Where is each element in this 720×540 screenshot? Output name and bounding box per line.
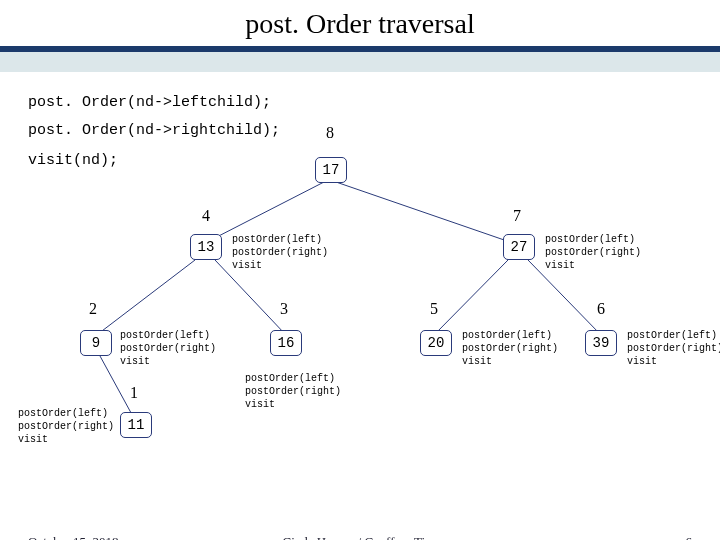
code-line-3: visit(nd); — [28, 152, 118, 169]
order-label-1: 1 — [130, 384, 138, 402]
svg-line-2 — [98, 260, 195, 334]
tree-node-17: 17 — [315, 157, 347, 183]
svg-line-4 — [435, 260, 508, 334]
footer-author: Cinda Heeren / Geoffrey Tien — [0, 534, 720, 540]
call-block-16: postOrder(left) postOrder(right) visit — [245, 372, 341, 411]
tree-node-13: 13 — [190, 234, 222, 260]
order-label-7: 7 — [513, 207, 521, 225]
order-label-6: 6 — [597, 300, 605, 318]
title-subrule — [0, 52, 720, 72]
call-block-27: postOrder(left) postOrder(right) visit — [545, 233, 641, 272]
order-label-3: 3 — [280, 300, 288, 318]
call-block-9: postOrder(left) postOrder(right) visit — [120, 329, 216, 368]
order-label-8: 8 — [326, 124, 334, 142]
call-block-11: postOrder(left) postOrder(right) visit — [18, 407, 114, 446]
order-label-4: 4 — [202, 207, 210, 225]
tree-node-39: 39 — [585, 330, 617, 356]
call-block-20: postOrder(left) postOrder(right) visit — [462, 329, 558, 368]
code-line-1: post. Order(nd->leftchild); — [28, 94, 271, 111]
tree-node-20: 20 — [420, 330, 452, 356]
tree-node-27: 27 — [503, 234, 535, 260]
footer-page: 6 — [686, 534, 693, 540]
svg-line-1 — [336, 182, 510, 242]
tree-node-9: 9 — [80, 330, 112, 356]
order-label-5: 5 — [430, 300, 438, 318]
tree-node-16: 16 — [270, 330, 302, 356]
order-label-2: 2 — [89, 300, 97, 318]
call-block-39: postOrder(left) postOrder(right) visit — [627, 329, 720, 368]
slide-title: post. Order traversal — [0, 0, 720, 46]
call-block-13: postOrder(left) postOrder(right) visit — [232, 233, 328, 272]
tree-node-11: 11 — [120, 412, 152, 438]
tree-edges — [0, 72, 720, 532]
code-line-2: post. Order(nd->rightchild); — [28, 122, 280, 139]
slide-body: post. Order(nd->leftchild); post. Order(… — [0, 72, 720, 532]
